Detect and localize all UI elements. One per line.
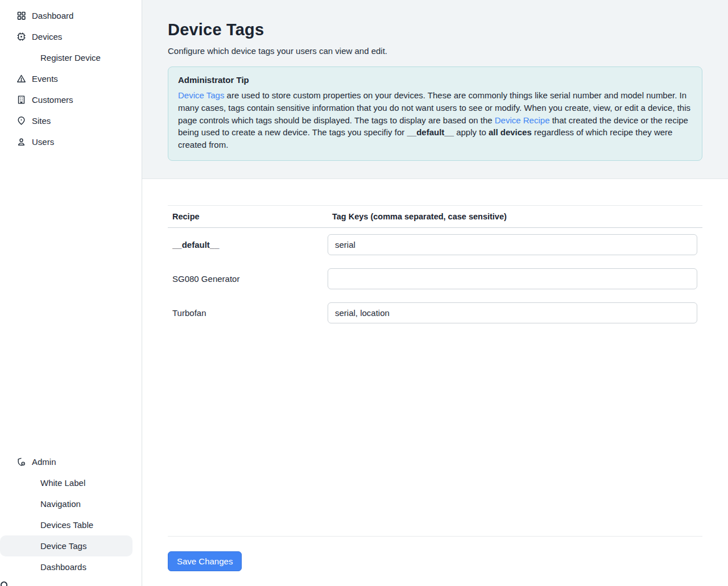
recipe-name: SG080 Generator	[168, 274, 328, 284]
device-recipe-link[interactable]: Device Recipe	[495, 115, 550, 125]
main-content: Device Tags Configure which device tags …	[142, 0, 728, 586]
dashboard-grid-icon	[16, 11, 26, 20]
sidebar-bottom-clip	[0, 577, 142, 586]
recipe-tags-table: Recipe Tag Keys (comma separated, case s…	[168, 205, 702, 330]
sidebar-item-label: Navigation	[40, 499, 81, 509]
sidebar-item-dashboards[interactable]: Dashboards	[0, 556, 142, 577]
map-pin-icon	[16, 116, 26, 126]
sidebar-item-customers[interactable]: Customers	[0, 89, 142, 110]
sidebar-item-dashboard[interactable]: Dashboard	[0, 5, 142, 26]
sidebar-item-label: Admin	[32, 457, 56, 467]
sidebar-item-sites[interactable]: Sites	[0, 110, 142, 131]
sidebar-item-users[interactable]: Users	[0, 131, 142, 152]
default-keyword: __default__	[407, 127, 454, 137]
table-row: __default__	[168, 228, 702, 262]
page-subtitle: Configure which device tags your users c…	[168, 46, 702, 56]
column-header-tag-keys: Tag Keys (comma separated, case sensitiv…	[328, 212, 702, 221]
all-devices-keyword: all devices	[489, 127, 532, 137]
sidebar: Dashboard Devices Register Device Events	[0, 0, 142, 586]
table-row: SG080 Generator	[168, 262, 702, 296]
page-header: Device Tags Configure which device tags …	[142, 0, 728, 179]
sidebar-item-label: Users	[32, 137, 54, 147]
sidebar-item-events[interactable]: Events	[0, 68, 142, 89]
save-changes-button[interactable]: Save Changes	[168, 551, 242, 571]
sidebar-item-label: Devices Table	[40, 520, 93, 530]
tip-text-segment: apply to	[454, 127, 489, 137]
shield-gear-icon	[16, 457, 26, 467]
user-icon	[16, 137, 26, 147]
sidebar-item-devices-table[interactable]: Devices Table	[0, 514, 142, 535]
sidebar-item-admin[interactable]: Admin	[0, 451, 142, 472]
device-tags-link[interactable]: Device Tags	[178, 90, 224, 100]
page-title: Device Tags	[168, 20, 702, 39]
sidebar-item-label: Register Device	[40, 53, 101, 63]
sidebar-item-label: Dashboard	[32, 11, 73, 20]
sidebar-item-devices[interactable]: Devices	[0, 26, 142, 47]
sidebar-item-label: Dashboards	[40, 562, 86, 572]
sidebar-item-label: Devices	[32, 32, 62, 41]
sidebar-spacer	[0, 152, 142, 451]
administrator-tip-callout: Administrator Tip Device Tags are used t…	[168, 67, 702, 161]
sidebar-item-device-tags[interactable]: Device Tags	[0, 535, 133, 556]
sidebar-item-navigation[interactable]: Navigation	[0, 493, 142, 514]
tags-form-section: Recipe Tag Keys (comma separated, case s…	[142, 179, 728, 586]
tag-keys-input-sg080-generator[interactable]	[328, 268, 697, 289]
table-header-row: Recipe Tag Keys (comma separated, case s…	[168, 206, 702, 228]
partial-icon	[0, 580, 9, 586]
column-header-recipe: Recipe	[168, 212, 328, 221]
sidebar-item-label: White Label	[40, 478, 85, 488]
tip-title: Administrator Tip	[178, 75, 692, 85]
table-row: Turbofan	[168, 296, 702, 330]
sidebar-item-white-label[interactable]: White Label	[0, 472, 142, 493]
chip-icon	[16, 32, 26, 41]
building-icon	[16, 95, 26, 105]
alert-triangle-icon	[16, 74, 26, 84]
tag-keys-input-default[interactable]	[328, 234, 697, 255]
sidebar-item-label: Device Tags	[40, 541, 86, 551]
recipe-name: __default__	[168, 240, 328, 250]
sidebar-item-label: Events	[32, 74, 58, 84]
sidebar-item-label: Sites	[32, 116, 51, 126]
sidebar-item-register-device[interactable]: Register Device	[0, 47, 142, 68]
recipe-name: Turbofan	[168, 308, 328, 318]
sidebar-item-label: Customers	[32, 95, 73, 105]
tip-body: Device Tags are used to store custom pro…	[178, 89, 692, 151]
footer-divider	[168, 536, 702, 537]
tag-keys-input-turbofan[interactable]	[328, 302, 697, 323]
